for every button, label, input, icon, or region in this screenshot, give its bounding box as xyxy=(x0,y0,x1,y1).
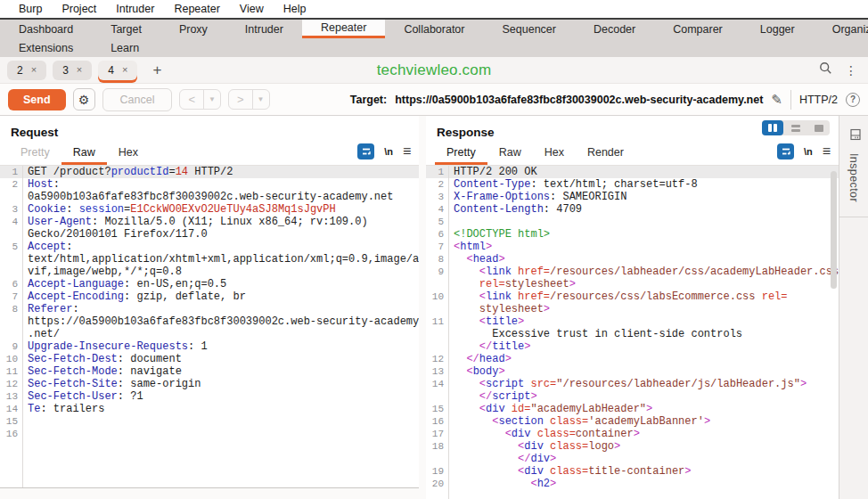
tab-logger[interactable]: Logger xyxy=(741,20,814,38)
response-scrollbar-thumb[interactable] xyxy=(831,171,837,289)
repeater-tab-4[interactable]: 4× xyxy=(98,61,137,80)
line-number: 2 xyxy=(0,178,22,191)
send-settings-gear-icon[interactable]: ⚙ xyxy=(73,88,95,110)
response-tab-raw[interactable]: Raw xyxy=(487,146,533,165)
target-url: https://0a5900b103a6fafe83fbc8f30039002c… xyxy=(395,94,763,106)
single-pane-layout-button[interactable] xyxy=(808,120,830,135)
code-line: 11 <title> xyxy=(426,315,839,328)
request-tab-hex[interactable]: Hex xyxy=(107,146,150,165)
menu-item-intruder[interactable]: Intruder xyxy=(106,3,164,15)
menu-item-help[interactable]: Help xyxy=(274,3,316,15)
editor-menu-icon[interactable]: ≡ xyxy=(403,144,411,159)
next-arrow-icon[interactable]: > xyxy=(229,90,252,109)
repeater-tab-3[interactable]: 3× xyxy=(53,61,92,80)
prettify-icon[interactable] xyxy=(777,143,794,160)
menu-item-view[interactable]: View xyxy=(230,3,274,15)
code-line: 1HTTP/2 200 OK xyxy=(426,166,839,178)
search-icon[interactable] xyxy=(819,61,832,78)
previous-request-button[interactable]: < ▼ xyxy=(179,89,221,110)
response-tab-pretty[interactable]: Pretty xyxy=(435,146,487,165)
menubar: BurpProjectIntruderRepeaterViewHelp xyxy=(0,0,868,20)
help-icon[interactable]: ? xyxy=(846,93,860,107)
code-line: text/html,application/xhtml+xml,applicat… xyxy=(0,253,419,266)
tab-comparer[interactable]: Comparer xyxy=(654,20,741,38)
code-line: 20 <h2> xyxy=(426,478,839,490)
code-line: 3Cookie: session=E1CckWO0EXvO2UeTUy4aSJ8… xyxy=(0,203,419,216)
line-number xyxy=(426,303,448,315)
show-newlines-icon[interactable]: \n xyxy=(384,146,393,157)
code-line: 16 xyxy=(0,428,419,440)
code-text: Te: trailers xyxy=(22,403,104,415)
code-text: Content-Length: 4709 xyxy=(448,203,582,216)
prettify-icon[interactable] xyxy=(357,143,374,160)
response-tab-hex[interactable]: Hex xyxy=(533,146,576,165)
code-line: 2Host: xyxy=(0,178,419,191)
tab-learn[interactable]: Learn xyxy=(92,38,158,57)
tab-dashboard[interactable]: Dashboard xyxy=(0,20,92,38)
tab-intruder[interactable]: Intruder xyxy=(226,20,302,38)
rows-layout-button[interactable] xyxy=(785,120,807,135)
code-text: Cookie: session=E1CckWO0EXvO2UeTUy4aSJ8M… xyxy=(22,203,336,216)
code-line: 7<html> xyxy=(426,241,839,253)
code-line: rel=stylesheet> xyxy=(426,278,839,290)
tab-extensions[interactable]: Extensions xyxy=(0,38,92,57)
inspector-tab[interactable]: Inspector xyxy=(839,116,868,217)
code-text: <link href=/resources/css/labsEcommerce.… xyxy=(448,290,788,303)
tab-organizer[interactable]: Organizer xyxy=(814,20,868,38)
editor-menu-icon[interactable]: ≡ xyxy=(823,144,831,159)
next-dropdown-icon[interactable]: ▼ xyxy=(252,90,269,109)
code-text: <body> xyxy=(448,365,505,378)
code-line: 10 <link href=/resources/css/labsEcommer… xyxy=(426,290,839,303)
menu-item-project[interactable]: Project xyxy=(52,3,106,15)
close-icon[interactable]: × xyxy=(77,65,82,75)
menu-item-repeater[interactable]: Repeater xyxy=(164,3,229,15)
send-button[interactable]: Send xyxy=(8,89,66,110)
tab-sequencer[interactable]: Sequencer xyxy=(483,20,574,38)
prev-arrow-icon[interactable]: < xyxy=(180,90,203,109)
code-line: 13 <body> xyxy=(426,365,839,378)
add-tab-button[interactable]: + xyxy=(143,61,170,79)
request-hscrollbar-track[interactable] xyxy=(0,487,419,499)
request-tab-raw[interactable]: Raw xyxy=(61,146,107,165)
response-editor[interactable]: 1HTTP/2 200 OK2Content-Type: text/html; … xyxy=(426,166,839,499)
line-number: 11 xyxy=(426,315,448,328)
close-icon[interactable]: × xyxy=(31,65,37,75)
code-text: Excessive trust in client-side controls xyxy=(448,328,742,340)
code-text: <div id="academyLabHeader"> xyxy=(448,403,652,415)
edit-target-pencil-icon[interactable]: ✎ xyxy=(771,92,782,108)
tab-proxy[interactable]: Proxy xyxy=(160,20,226,38)
kebab-menu-icon[interactable]: ⋮ xyxy=(845,63,857,78)
tab-decoder[interactable]: Decoder xyxy=(575,20,654,38)
prev-dropdown-icon[interactable]: ▼ xyxy=(203,90,220,109)
code-line: 4Content-Length: 4709 xyxy=(426,203,839,216)
line-number: 8 xyxy=(0,303,22,315)
line-number: 5 xyxy=(426,216,448,228)
panel-splitter[interactable] xyxy=(419,116,426,499)
cancel-button[interactable]: Cancel xyxy=(102,88,173,111)
request-editor[interactable]: 1GET /product?productId=14 HTTP/22Host:0… xyxy=(0,166,419,487)
code-text: Referer: xyxy=(22,303,79,315)
inspector-sidebar[interactable]: Inspector xyxy=(839,116,868,499)
response-tab-render[interactable]: Render xyxy=(576,146,635,165)
code-text: .net/ xyxy=(22,328,60,340)
protocol-label[interactable]: HTTP/2 xyxy=(799,94,838,106)
line-number: 15 xyxy=(0,415,22,428)
repeater-tab-label: 3 xyxy=(62,64,69,77)
repeater-tab-label: 2 xyxy=(17,64,23,77)
close-icon[interactable]: × xyxy=(122,65,127,75)
inspector-icon xyxy=(846,129,862,141)
line-number: 14 xyxy=(0,403,22,415)
repeater-tab-2[interactable]: 2× xyxy=(7,61,46,80)
columns-layout-button[interactable] xyxy=(762,120,783,135)
request-tab-pretty[interactable]: Pretty xyxy=(9,146,61,165)
tab-target[interactable]: Target xyxy=(92,20,160,38)
code-text: rel=stylesheet> xyxy=(448,278,576,290)
next-request-button[interactable]: > ▼ xyxy=(228,89,270,110)
show-newlines-icon[interactable]: \n xyxy=(804,146,813,157)
menu-item-burp[interactable]: Burp xyxy=(9,3,52,15)
tab-repeater[interactable]: Repeater xyxy=(302,20,385,38)
code-line: 5 xyxy=(426,216,839,228)
code-line: </title> xyxy=(426,340,839,353)
tab-collaborator[interactable]: Collaborator xyxy=(385,20,483,38)
code-text: <!DOCTYPE html> xyxy=(448,228,550,241)
